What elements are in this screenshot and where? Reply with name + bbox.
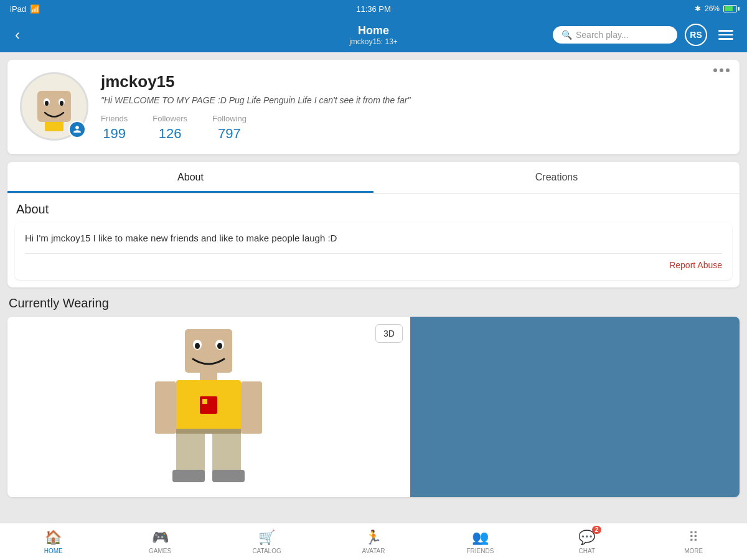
svg-rect-19 xyxy=(176,430,205,474)
nav-bar: ‹ Home jmckoy15: 13+ 🔍 Search play... RS xyxy=(0,17,747,52)
bluetooth-icon: ✱ xyxy=(695,4,701,13)
svg-point-10 xyxy=(217,343,222,349)
nav-right: 🔍 Search play... RS xyxy=(553,24,737,46)
svg-rect-17 xyxy=(155,422,176,434)
nav-more[interactable]: ⠿ MORE xyxy=(641,523,747,560)
nav-home[interactable]: 🏠 HOME xyxy=(0,523,106,560)
3d-button[interactable]: 3D xyxy=(375,324,403,343)
nav-catalog[interactable]: 🛒 CATALOG xyxy=(214,523,320,560)
tabs: About Creations xyxy=(7,162,740,194)
chat-badge: 2 xyxy=(592,526,602,534)
hamburger-icon xyxy=(718,30,733,40)
status-time: 11:36 PM xyxy=(356,4,391,14)
friends-label: FRIENDS xyxy=(466,548,494,554)
tabs-container: About Creations About Hi I'm jmckoy15 I … xyxy=(7,162,740,287)
avatar-icon: 🏃 xyxy=(365,530,382,546)
about-box: Hi I'm jmckoy15 I like to make new frien… xyxy=(15,223,732,280)
about-section-title: About xyxy=(7,194,740,223)
wearing-items-panel[interactable] xyxy=(410,317,740,497)
profile-card: jmckoy15 "Hi WELCOME TO MY PAGE :D Pug L… xyxy=(7,60,740,154)
person-icon xyxy=(73,125,82,134)
nav-subtitle: jmckoy15: 13+ xyxy=(349,37,398,46)
search-box[interactable]: 🔍 Search play... xyxy=(553,26,677,44)
svg-rect-14 xyxy=(202,399,207,404)
chat-badge-wrap: 💬 2 xyxy=(578,530,595,546)
following-stat[interactable]: Following 797 xyxy=(212,114,247,142)
avatar-label: AVATAR xyxy=(362,548,385,554)
friends-icon: 👥 xyxy=(472,530,489,546)
avatar-badge xyxy=(68,121,86,138)
nav-games[interactable]: 🎮 GAMES xyxy=(106,523,213,560)
wearing-section-title: Currently Wearing xyxy=(0,287,747,317)
friends-label: Friends xyxy=(101,114,128,123)
about-text: Hi I'm jmckoy15 I like to make new frien… xyxy=(25,233,722,254)
followers-stat[interactable]: Followers 126 xyxy=(153,114,187,142)
stats: Friends 199 Followers 126 Following 797 xyxy=(101,114,727,142)
profile-info: jmckoy15 "Hi WELCOME TO MY PAGE :D Pug L… xyxy=(101,72,727,142)
svg-rect-20 xyxy=(212,430,241,474)
wifi-icon: 📶 xyxy=(30,4,40,14)
search-placeholder: Search play... xyxy=(576,30,629,40)
catalog-label: CATALOG xyxy=(252,548,281,554)
more-icon: ⠿ xyxy=(688,530,698,546)
status-right: ✱ 26% xyxy=(695,4,737,13)
report-abuse-button[interactable]: Report Abuse xyxy=(25,254,722,270)
tab-creations[interactable]: Creations xyxy=(374,162,740,193)
bottom-nav: 🏠 HOME 🎮 GAMES 🛒 CATALOG 🏃 AVATAR 👥 FRIE… xyxy=(0,523,747,560)
followers-value: 126 xyxy=(153,126,187,142)
svg-point-9 xyxy=(195,343,200,349)
nav-avatar[interactable]: 🏃 AVATAR xyxy=(320,523,426,560)
chat-label: CHAT xyxy=(579,548,595,554)
following-value: 797 xyxy=(212,126,247,142)
svg-rect-11 xyxy=(200,371,217,381)
followers-label: Followers xyxy=(153,114,187,123)
back-button[interactable]: ‹ xyxy=(10,24,25,46)
character-3d-image xyxy=(140,323,277,491)
device-label: iPad xyxy=(10,4,26,14)
svg-rect-16 xyxy=(241,381,262,426)
svg-point-4 xyxy=(45,101,49,106)
rs-button[interactable]: RS xyxy=(685,24,707,46)
svg-rect-22 xyxy=(212,470,245,482)
username: jmckoy15 xyxy=(101,72,727,91)
svg-rect-23 xyxy=(176,429,241,434)
nav-title: Home xyxy=(349,24,398,37)
battery-percent: 26% xyxy=(705,4,720,13)
games-icon: 🎮 xyxy=(152,530,169,546)
nav-title-wrap: Home jmckoy15: 13+ xyxy=(349,24,398,46)
more-dots-button[interactable] xyxy=(713,68,730,72)
menu-button[interactable] xyxy=(715,24,737,46)
svg-rect-18 xyxy=(241,422,262,434)
catalog-icon: 🛒 xyxy=(258,530,275,546)
status-bar: iPad 📶 11:36 PM ✱ 26% xyxy=(0,0,747,17)
home-icon: 🏠 xyxy=(45,530,62,546)
home-label: HOME xyxy=(44,548,63,554)
battery-icon xyxy=(723,5,737,12)
wearing-container: 3D xyxy=(7,317,740,497)
friends-stat[interactable]: Friends 199 xyxy=(101,114,128,142)
svg-rect-15 xyxy=(155,381,176,426)
main-content: jmckoy15 "Hi WELCOME TO MY PAGE :D Pug L… xyxy=(0,52,747,523)
search-icon: 🔍 xyxy=(561,30,572,40)
avatar-3d-view: 3D xyxy=(7,317,410,497)
svg-point-5 xyxy=(60,101,63,106)
nav-friends[interactable]: 👥 FRIENDS xyxy=(427,523,533,560)
more-label: MORE xyxy=(684,548,703,554)
tab-about[interactable]: About xyxy=(7,162,374,193)
nav-chat[interactable]: 💬 2 CHAT xyxy=(533,523,640,560)
friends-value: 199 xyxy=(101,126,128,142)
bio: "Hi WELCOME TO MY PAGE :D Pug Life Pengu… xyxy=(101,95,727,105)
profile-top: jmckoy15 "Hi WELCOME TO MY PAGE :D Pug L… xyxy=(20,72,727,142)
svg-rect-21 xyxy=(172,470,205,482)
games-label: GAMES xyxy=(149,548,171,554)
status-left: iPad 📶 xyxy=(10,4,40,14)
svg-rect-6 xyxy=(185,329,232,373)
following-label: Following xyxy=(212,114,247,123)
avatar-wrap xyxy=(20,72,88,141)
